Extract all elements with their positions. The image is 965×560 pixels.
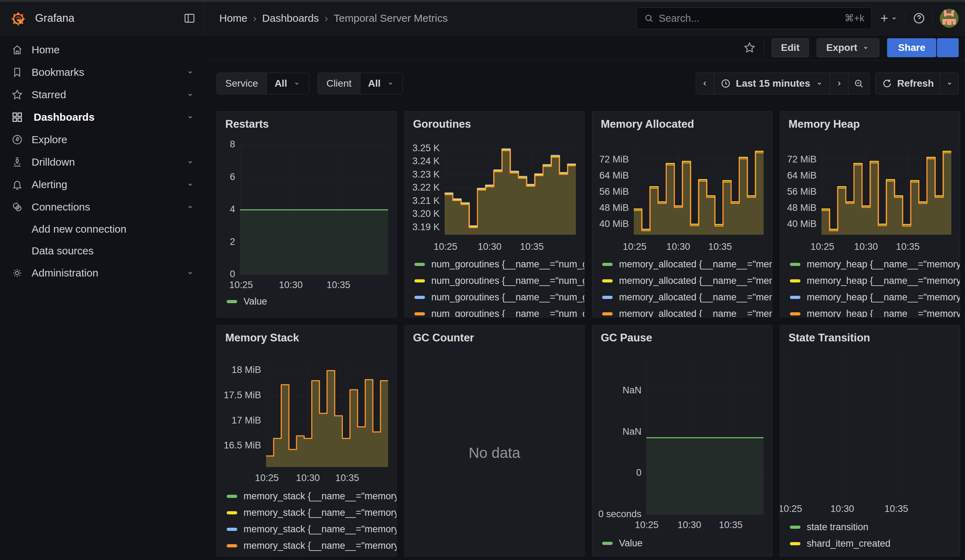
chevron-up-icon[interactable] xyxy=(186,202,195,212)
panel-title[interactable]: Memory Heap xyxy=(788,118,860,131)
breadcrumb: Home›Dashboards›Temporal Server Metrics xyxy=(204,12,636,24)
legend-label[interactable]: Value xyxy=(244,296,267,307)
legend-label[interactable]: state transition xyxy=(807,522,869,533)
sidebar-item-alerting[interactable]: Alerting xyxy=(0,173,204,196)
legend-swatch[interactable] xyxy=(602,542,613,545)
legend-label[interactable]: memory_heap {__name__="memory_h xyxy=(807,309,960,318)
sidebar-item-dashboards[interactable]: Dashboards xyxy=(0,106,204,129)
plus-icon xyxy=(879,13,890,24)
legend-swatch[interactable] xyxy=(414,296,425,299)
panel-title[interactable]: Goroutines xyxy=(413,118,471,131)
share-menu-button[interactable] xyxy=(937,38,959,57)
y-tick-label: 48 MiB xyxy=(599,202,629,213)
favorite-star-button[interactable] xyxy=(743,41,756,54)
legend-label[interactable]: memory_allocated {__name__="memo xyxy=(619,292,772,303)
legend-label[interactable]: memory_allocated {__name__="memo xyxy=(619,259,772,270)
legend-label[interactable]: memory_heap {__name__="memory_h xyxy=(807,276,960,286)
legend-swatch[interactable] xyxy=(227,528,237,531)
refresh-button[interactable]: Refresh xyxy=(875,73,940,95)
panel-legend: memory_allocated {__name__="memomemory_a… xyxy=(592,256,772,318)
sidebar-item-bookmarks[interactable]: Bookmarks xyxy=(0,61,204,83)
time-shift-forward-button[interactable] xyxy=(830,73,849,95)
time-shift-back-button[interactable] xyxy=(696,73,714,95)
legend-swatch[interactable] xyxy=(414,279,425,282)
restarts-chart[interactable]: 8642010:2510:3010:35 xyxy=(217,112,396,317)
legend-swatch[interactable] xyxy=(790,296,800,299)
add-button[interactable] xyxy=(879,13,898,24)
user-avatar[interactable] xyxy=(940,9,959,28)
legend-label[interactable]: num_goroutines {__name__="num_go xyxy=(431,309,584,318)
legend-label[interactable]: memory_stack {__name__="memory_s xyxy=(244,508,396,518)
search-input[interactable] xyxy=(659,13,840,24)
sidebar-toggle-icon[interactable] xyxy=(183,12,196,24)
sidebar-item-starred[interactable]: Starred xyxy=(0,83,204,106)
refresh-icon xyxy=(882,78,892,89)
legend-swatch[interactable] xyxy=(227,300,237,303)
legend-label[interactable]: memory_stack {__name__="memory_s xyxy=(244,491,396,502)
panel-title[interactable]: GC Pause xyxy=(601,331,652,344)
refresh-interval-button[interactable] xyxy=(940,73,959,95)
help-button[interactable] xyxy=(913,12,925,24)
breadcrumb-item-dashboards[interactable]: Dashboards xyxy=(262,12,319,24)
legend-swatch[interactable] xyxy=(602,312,613,315)
legend-swatch[interactable] xyxy=(790,279,800,282)
legend-label[interactable]: num_goroutines {__name__="num_go xyxy=(431,276,584,286)
chevron-down-icon[interactable] xyxy=(186,113,195,122)
legend-label[interactable]: num_goroutines {__name__="num_go xyxy=(431,292,584,303)
client-filter-value[interactable]: All xyxy=(360,73,402,94)
panel-title[interactable]: GC Counter xyxy=(413,331,474,344)
chevron-down-icon[interactable] xyxy=(186,90,195,99)
panel-title[interactable]: State Transition xyxy=(788,331,870,344)
legend-swatch[interactable] xyxy=(790,263,800,266)
y-tick-label: 3.24 K xyxy=(412,156,440,166)
legend-swatch[interactable] xyxy=(790,312,800,315)
legend-swatch[interactable] xyxy=(602,263,613,266)
legend-label[interactable]: memory_heap {__name__="memory_h xyxy=(807,259,960,270)
legend-item: memory_stack {__name__="memory_s xyxy=(217,488,396,504)
panel-memory-heap: Memory Heap72 MiB64 MiB56 MiB48 MiB40 Mi… xyxy=(780,111,960,318)
legend-swatch[interactable] xyxy=(414,312,425,315)
sidebar-item-administration[interactable]: Administration xyxy=(0,262,204,284)
legend-label[interactable]: memory_stack {__name__="memory_s xyxy=(244,540,396,551)
panel-title[interactable]: Memory Allocated xyxy=(601,118,694,131)
gc-pause-chart[interactable]: NaNNaN00 seconds10:2510:3010:35 xyxy=(592,325,772,556)
sidebar-item-connections[interactable]: Connections xyxy=(0,196,204,218)
sidebar-item-home[interactable]: Home xyxy=(0,39,204,61)
sidebar-item-add-new-connection[interactable]: Add new connection xyxy=(0,218,204,240)
legend-swatch[interactable] xyxy=(790,526,800,529)
chevron-down-icon[interactable] xyxy=(186,68,195,77)
panel-title[interactable]: Memory Stack xyxy=(225,331,299,344)
legend-swatch[interactable] xyxy=(227,495,237,498)
export-button[interactable]: Export xyxy=(816,38,879,57)
legend-label[interactable]: shard_item_created xyxy=(807,538,891,549)
time-range-picker[interactable]: Last 15 minutes xyxy=(714,73,830,95)
chevron-down-icon[interactable] xyxy=(186,268,195,278)
legend-swatch[interactable] xyxy=(414,263,425,266)
sidebar-item-explore[interactable]: Explore xyxy=(0,129,204,151)
legend-label[interactable]: Value xyxy=(619,538,643,549)
zoom-out-button[interactable] xyxy=(849,73,870,95)
sidebar-item-data-sources[interactable]: Data sources xyxy=(0,240,204,262)
legend-label[interactable]: memory_allocated {__name__="memo xyxy=(619,309,772,318)
gear-icon xyxy=(11,267,23,279)
breadcrumb-item-home[interactable]: Home xyxy=(219,12,247,24)
edit-button[interactable]: Edit xyxy=(772,38,809,57)
legend-label[interactable]: memory_allocated {__name__="memo xyxy=(619,276,772,286)
legend-swatch[interactable] xyxy=(602,279,613,282)
legend-swatch[interactable] xyxy=(227,544,237,547)
sidebar-item-drilldown[interactable]: Drilldown xyxy=(0,151,204,173)
service-filter-value[interactable]: All xyxy=(267,73,309,94)
chevron-down-icon[interactable] xyxy=(186,180,195,189)
legend-label[interactable]: memory_stack {__name__="memory_s xyxy=(244,524,396,535)
legend-label[interactable]: memory_heap {__name__="memory_h xyxy=(807,292,960,303)
x-tick-label: 10:35 xyxy=(335,473,359,483)
panel-title[interactable]: Restarts xyxy=(225,118,269,131)
legend-swatch[interactable] xyxy=(790,542,800,545)
chevron-down-icon[interactable] xyxy=(186,158,195,167)
legend-label[interactable]: num_goroutines {__name__="num_go xyxy=(431,259,584,270)
share-button[interactable]: Share xyxy=(887,38,936,57)
search-box[interactable]: ⌘+k xyxy=(636,7,872,29)
legend-swatch[interactable] xyxy=(227,511,237,514)
legend-swatch[interactable] xyxy=(602,296,613,299)
y-tick-label: 3.22 K xyxy=(412,182,440,193)
